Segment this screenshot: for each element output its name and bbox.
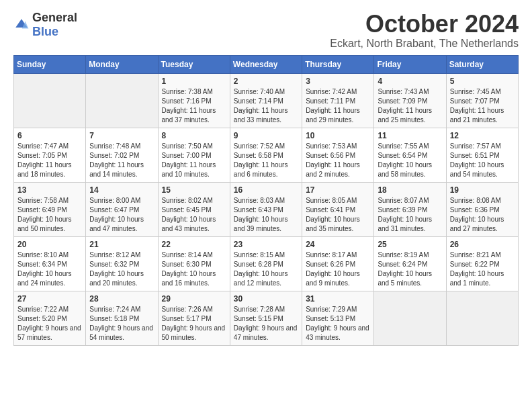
day-info: Sunrise: 8:03 AM Sunset: 6:43 PM Dayligh… [234,196,298,234]
weekday-header-saturday: Saturday [446,55,518,73]
day-number: 4 [378,77,442,86]
calendar-cell: 9Sunrise: 7:52 AM Sunset: 6:58 PM Daylig… [230,128,302,182]
day-number: 18 [378,185,442,195]
day-info: Sunrise: 8:00 AM Sunset: 6:47 PM Dayligh… [89,196,154,234]
calendar-cell: 5Sunrise: 7:45 AM Sunset: 7:07 PM Daylig… [446,73,518,128]
logo-blue: Blue [32,25,58,38]
calendar-cell: 8Sunrise: 7:50 AM Sunset: 7:00 PM Daylig… [158,128,230,182]
day-info: Sunrise: 8:15 AM Sunset: 6:28 PM Dayligh… [234,250,298,288]
day-info: Sunrise: 7:53 AM Sunset: 6:56 PM Dayligh… [306,142,370,179]
calendar-cell: 15Sunrise: 8:02 AM Sunset: 6:45 PM Dayli… [158,182,230,236]
month-title: October 2024 [330,11,519,38]
day-info: Sunrise: 7:45 AM Sunset: 7:07 PM Dayligh… [450,87,515,125]
day-info: Sunrise: 7:57 AM Sunset: 6:51 PM Dayligh… [450,142,515,179]
calendar-cell [374,291,446,345]
day-info: Sunrise: 8:07 AM Sunset: 6:39 PM Dayligh… [378,196,442,234]
calendar-cell: 14Sunrise: 8:00 AM Sunset: 6:47 PM Dayli… [86,182,158,236]
day-info: Sunrise: 7:26 AM Sunset: 5:17 PM Dayligh… [162,305,226,342]
calendar-cell: 16Sunrise: 8:03 AM Sunset: 6:43 PM Dayli… [230,182,302,236]
day-number: 1 [162,77,226,86]
day-info: Sunrise: 7:22 AM Sunset: 5:20 PM Dayligh… [17,305,82,342]
logo-icon [13,17,30,33]
day-info: Sunrise: 8:17 AM Sunset: 6:26 PM Dayligh… [306,250,370,288]
calendar-cell: 23Sunrise: 8:15 AM Sunset: 6:28 PM Dayli… [230,236,302,291]
day-number: 26 [450,240,515,249]
calendar-cell: 7Sunrise: 7:48 AM Sunset: 7:02 PM Daylig… [86,128,158,182]
logo: General Blue [13,11,77,39]
calendar-cell: 6Sunrise: 7:47 AM Sunset: 7:05 PM Daylig… [14,128,86,182]
calendar-cell: 22Sunrise: 8:14 AM Sunset: 6:30 PM Dayli… [158,236,230,291]
calendar-cell [14,73,86,128]
day-info: Sunrise: 8:19 AM Sunset: 6:24 PM Dayligh… [378,250,442,288]
day-number: 12 [450,131,515,140]
day-number: 22 [162,240,226,249]
day-number: 24 [306,240,370,249]
calendar-cell: 31Sunrise: 7:29 AM Sunset: 5:13 PM Dayli… [302,291,374,345]
page-header: General Blue October 2024 Eckart, North … [13,11,519,50]
day-number: 8 [162,131,226,140]
day-info: Sunrise: 8:02 AM Sunset: 6:45 PM Dayligh… [162,196,226,234]
day-number: 7 [89,131,154,140]
calendar-cell: 2Sunrise: 7:40 AM Sunset: 7:14 PM Daylig… [230,73,302,128]
day-number: 9 [234,131,298,140]
calendar-cell: 27Sunrise: 7:22 AM Sunset: 5:20 PM Dayli… [14,291,86,345]
calendar-cell: 18Sunrise: 8:07 AM Sunset: 6:39 PM Dayli… [374,182,446,236]
day-info: Sunrise: 7:52 AM Sunset: 6:58 PM Dayligh… [234,142,298,179]
calendar-cell: 24Sunrise: 8:17 AM Sunset: 6:26 PM Dayli… [302,236,374,291]
weekday-header-wednesday: Wednesday [230,55,302,73]
calendar-cell: 4Sunrise: 7:43 AM Sunset: 7:09 PM Daylig… [374,73,446,128]
calendar-cell [86,73,158,128]
day-number: 11 [378,131,442,140]
day-number: 23 [234,240,298,249]
day-info: Sunrise: 7:58 AM Sunset: 6:49 PM Dayligh… [17,196,82,234]
day-number: 3 [306,77,370,86]
day-number: 20 [17,240,82,249]
weekday-header-monday: Monday [86,55,158,73]
day-number: 21 [89,240,154,249]
day-info: Sunrise: 7:42 AM Sunset: 7:11 PM Dayligh… [306,87,370,125]
day-number: 2 [234,77,298,86]
day-info: Sunrise: 8:14 AM Sunset: 6:30 PM Dayligh… [162,250,226,288]
day-number: 13 [17,185,82,195]
title-block: October 2024 Eckart, North Brabant, The … [330,11,519,50]
day-info: Sunrise: 7:50 AM Sunset: 7:00 PM Dayligh… [162,142,226,179]
calendar-cell: 21Sunrise: 8:12 AM Sunset: 6:32 PM Dayli… [86,236,158,291]
calendar-cell: 17Sunrise: 8:05 AM Sunset: 6:41 PM Dayli… [302,182,374,236]
calendar-cell: 11Sunrise: 7:55 AM Sunset: 6:54 PM Dayli… [374,128,446,182]
calendar-cell: 12Sunrise: 7:57 AM Sunset: 6:51 PM Dayli… [446,128,518,182]
day-info: Sunrise: 8:12 AM Sunset: 6:32 PM Dayligh… [89,250,154,288]
day-number: 19 [450,185,515,195]
weekday-header-sunday: Sunday [14,55,86,73]
day-info: Sunrise: 8:21 AM Sunset: 6:22 PM Dayligh… [450,250,515,288]
weekday-header-tuesday: Tuesday [158,55,230,73]
day-info: Sunrise: 7:48 AM Sunset: 7:02 PM Dayligh… [89,142,154,179]
day-info: Sunrise: 7:40 AM Sunset: 7:14 PM Dayligh… [234,87,298,125]
day-number: 15 [162,185,226,195]
day-info: Sunrise: 8:10 AM Sunset: 6:34 PM Dayligh… [17,250,82,288]
day-info: Sunrise: 7:43 AM Sunset: 7:09 PM Dayligh… [378,87,442,125]
day-number: 6 [17,131,82,140]
day-info: Sunrise: 7:28 AM Sunset: 5:15 PM Dayligh… [234,305,298,342]
day-info: Sunrise: 8:08 AM Sunset: 6:36 PM Dayligh… [450,196,515,234]
day-number: 10 [306,131,370,140]
day-number: 16 [234,185,298,195]
day-info: Sunrise: 7:24 AM Sunset: 5:18 PM Dayligh… [89,305,154,342]
calendar-cell: 29Sunrise: 7:26 AM Sunset: 5:17 PM Dayli… [158,291,230,345]
day-number: 30 [234,294,298,304]
calendar-table: SundayMondayTuesdayWednesdayThursdayFrid… [13,55,519,346]
day-number: 27 [17,294,82,304]
day-number: 17 [306,185,370,195]
logo-general: General [32,11,77,24]
day-number: 31 [306,294,370,304]
calendar-cell: 10Sunrise: 7:53 AM Sunset: 6:56 PM Dayli… [302,128,374,182]
day-number: 28 [89,294,154,304]
calendar-cell: 26Sunrise: 8:21 AM Sunset: 6:22 PM Dayli… [446,236,518,291]
day-info: Sunrise: 7:38 AM Sunset: 7:16 PM Dayligh… [162,87,226,125]
weekday-header-friday: Friday [374,55,446,73]
calendar-cell: 19Sunrise: 8:08 AM Sunset: 6:36 PM Dayli… [446,182,518,236]
calendar-cell: 1Sunrise: 7:38 AM Sunset: 7:16 PM Daylig… [158,73,230,128]
day-number: 14 [89,185,154,195]
location-title: Eckart, North Brabant, The Netherlands [330,38,519,50]
day-info: Sunrise: 8:05 AM Sunset: 6:41 PM Dayligh… [306,196,370,234]
day-number: 25 [378,240,442,249]
